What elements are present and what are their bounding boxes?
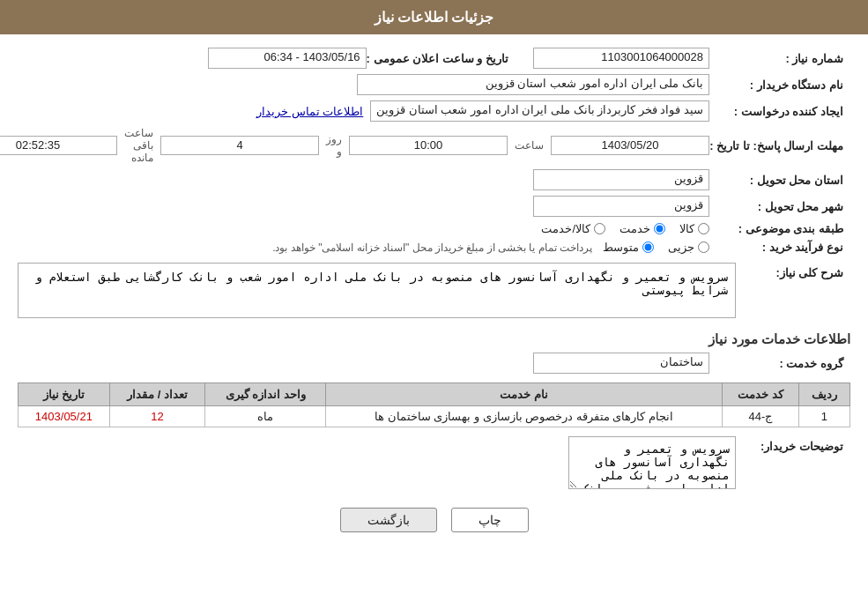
- requester-org-value: بانک ملی ایران اداره امور شعب استان قزوی…: [357, 74, 709, 95]
- radio-motavaset[interactable]: متوسط: [603, 241, 654, 254]
- service-group-value: ساختمان: [533, 353, 709, 374]
- service-group-label: گروه خدمت :: [709, 357, 850, 370]
- buttons-row: چاپ بازگشت: [18, 508, 850, 532]
- process-radio-group: جزیی متوسط: [603, 241, 709, 254]
- deadline-label: مهلت ارسال پاسخ: تا تاریخ :: [709, 139, 850, 152]
- deadline-day-label: روز و: [326, 133, 342, 158]
- process-note: پرداخت تمام یا بخشی از مبلغ خریداز محل "…: [272, 241, 592, 254]
- deadline-remain-label: ساعت باقی مانده: [124, 127, 153, 164]
- radio-jozi-label: جزیی: [668, 241, 694, 254]
- radio-jozi-input[interactable]: [698, 241, 709, 253]
- deadline-time-label: ساعت: [515, 139, 544, 152]
- deadline-days: 4: [160, 136, 319, 155]
- table-row: 1 ج-44 انجام کارهای متفرقه درخصوص بازساز…: [19, 406, 850, 427]
- deadline-remain: 02:52:35: [0, 136, 117, 155]
- buyer-note-label: توضیحات خریدار:: [736, 436, 850, 453]
- radio-jozi[interactable]: جزیی: [668, 241, 709, 254]
- public-announce-label: تاریخ و ساعت اعلان عمومی :: [367, 52, 516, 65]
- radio-khedmat-label: خدمت: [619, 222, 650, 235]
- print-button[interactable]: چاپ: [451, 508, 529, 532]
- radio-khedmat-input[interactable]: [654, 223, 665, 234]
- buyer-note-row: توضیحات خریدار:: [18, 436, 850, 492]
- requester-org-label: نام دستگاه خریدار :: [709, 78, 850, 92]
- services-table-section: ردیف کد خدمت نام خدمت واحد اندازه گیری ت…: [18, 382, 850, 427]
- need-number-value: 1103001064000028: [533, 48, 709, 69]
- cell-row: 1: [798, 406, 849, 427]
- cell-code: ج-44: [723, 406, 799, 427]
- radio-motavaset-label: متوسط: [603, 241, 639, 254]
- process-label: نوع فرآیند خرید :: [709, 241, 850, 254]
- radio-kala-khedmat[interactable]: کالا/خدمت: [541, 222, 605, 235]
- city-label: شهر محل تحویل :: [709, 200, 850, 213]
- col-name: نام خدمت: [326, 383, 723, 406]
- province-label: استان محل تحویل :: [709, 174, 850, 187]
- cell-name: انجام کارهای متفرقه درخصوص بازسازی و بهس…: [326, 406, 723, 427]
- radio-kala-label: کالا: [679, 222, 694, 235]
- public-announce-value: 1403/05/16 - 06:34: [208, 48, 367, 69]
- back-button[interactable]: بازگشت: [340, 508, 437, 532]
- services-table: ردیف کد خدمت نام خدمت واحد اندازه گیری ت…: [18, 382, 850, 427]
- need-desc-label: شرح کلی نیاز:: [736, 263, 850, 279]
- deadline-date: 1403/05/20: [551, 136, 709, 155]
- category-label: طبقه بندی موضوعی :: [709, 222, 850, 235]
- deadline-time: 10:00: [349, 136, 508, 155]
- buyer-note-textarea[interactable]: [568, 436, 736, 489]
- need-number-label: شماره نیاز :: [709, 52, 850, 65]
- radio-kala-input[interactable]: [698, 223, 709, 234]
- province-value: قزوین: [533, 169, 709, 190]
- cell-unit: ماه: [205, 406, 326, 427]
- cell-qty: 12: [109, 406, 205, 427]
- radio-khedmat[interactable]: خدمت: [619, 222, 665, 235]
- services-title: اطلاعات خدمات مورد نیاز: [18, 331, 850, 347]
- creator-label: ایجاد کننده درخواست :: [709, 105, 850, 118]
- col-code: کد خدمت: [723, 383, 799, 406]
- page-title: جزئیات اطلاعات نیاز: [375, 10, 494, 25]
- radio-kala[interactable]: کالا: [679, 222, 709, 235]
- radio-kala-khedmat-label: کالا/خدمت: [541, 222, 590, 235]
- cell-date: 1403/05/21: [19, 406, 110, 427]
- city-value: قزوین: [533, 196, 709, 217]
- contact-link[interactable]: اطلاعات تماس خریدار: [256, 105, 363, 118]
- col-unit: واحد اندازه گیری: [205, 383, 326, 406]
- col-row: ردیف: [798, 383, 849, 406]
- radio-motavaset-input[interactable]: [642, 241, 654, 253]
- category-radio-group: کالا خدمت کالا/خدمت: [541, 222, 709, 235]
- col-qty: تعداد / مقدار: [109, 383, 205, 406]
- page-header: جزئیات اطلاعات نیاز: [0, 0, 868, 34]
- col-date: تاریخ نیاز: [19, 383, 110, 406]
- creator-value: سید فواد فخر کاربرداز بانک ملی ایران ادا…: [370, 100, 709, 122]
- need-desc-textarea[interactable]: [18, 263, 736, 318]
- radio-kala-khedmat-input[interactable]: [594, 223, 605, 234]
